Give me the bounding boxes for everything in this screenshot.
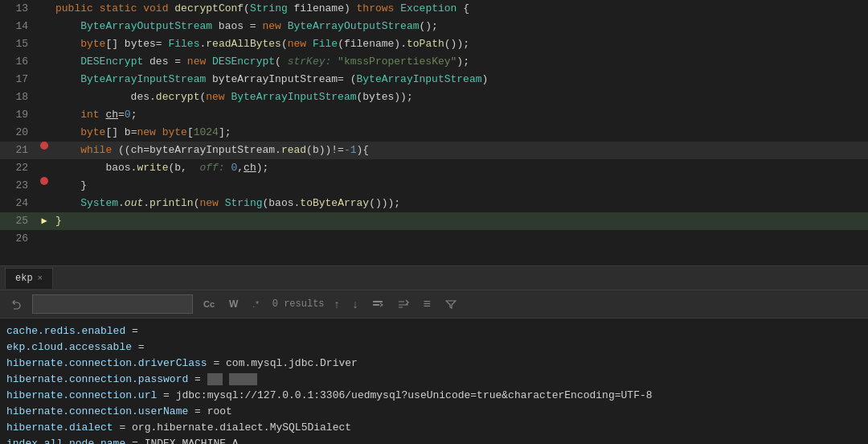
code-lines: 13 public static void decryptConf(String… (0, 0, 868, 248)
masked-password: ██ (207, 373, 223, 385)
line-number-20: 20 (0, 124, 36, 142)
console-area: cache.redis.enabled = ekp.cloud.accessab… (0, 319, 868, 444)
code-line-19: 19 int ch=0; (0, 106, 868, 124)
line-content-18: des.decrypt(new ByteArrayInputStream(byt… (52, 88, 868, 106)
search-prev-button[interactable]: ↑ (331, 296, 343, 312)
line-number-16: 16 (0, 53, 36, 71)
breakpoint-21 (40, 142, 48, 150)
code-line-25: 25 ▶ } (0, 212, 868, 230)
console-line-4: hibernate.connection.password = ██ ████ (6, 372, 862, 388)
console-line-3: hibernate.connection.driverClass = com.m… (6, 356, 862, 372)
code-line-13: 13 public static void decryptConf(String… (0, 0, 868, 18)
line-content-23: } (52, 177, 868, 195)
code-line-18: 18 des.decrypt(new ByteArrayInputStream(… (0, 88, 868, 106)
code-line-22: 22 baos.write(b, off: 0,ch); (0, 159, 868, 177)
tab-label-ekp: ekp (15, 273, 33, 284)
debug-arrow: ▶ (41, 212, 47, 230)
line-number-13: 13 (0, 0, 36, 18)
line-content-25: } (52, 212, 868, 230)
code-line-17: 17 ByteArrayInputStream byteArrayInputSt… (0, 71, 868, 88)
code-line-21: 21 while ((ch=byteArrayInputStream.read(… (0, 142, 868, 159)
filter-button[interactable] (441, 296, 461, 312)
undo-button[interactable] (6, 296, 26, 312)
code-line-14: 14 ByteArrayOutputStream baos = new Byte… (0, 18, 868, 35)
case-sensitive-button[interactable]: Cc (199, 297, 219, 311)
console-line-6: hibernate.connection.userName = root (6, 404, 862, 420)
line-content-16: DESEncrypt des = new DESEncrypt( strKey:… (52, 53, 868, 71)
console-line-8: index.all.node.name = INDEX_MACHINE_A (6, 436, 862, 444)
line-number-26: 26 (0, 230, 36, 248)
line-content-19: int ch=0; (52, 106, 868, 124)
search-bar: Cc W .* 0 results ↑ ↓ ≡ (0, 290, 868, 319)
masked-password-2: ████ (229, 373, 257, 385)
line-content-24: System.out.println(new String(baos.toByt… (52, 195, 868, 212)
console-line-5: hibernate.connection.url = jdbc:mysql://… (6, 388, 862, 404)
line-content-22: baos.write(b, off: 0,ch); (52, 159, 868, 177)
search-input-wrapper (32, 294, 193, 314)
code-line-15: 15 byte[] bytes= Files.readAllBytes(new … (0, 35, 868, 53)
svg-rect-0 (373, 301, 383, 302)
multiline-button[interactable] (394, 296, 413, 312)
line-number-18: 18 (0, 88, 36, 106)
code-editor: 13 public static void decryptConf(String… (0, 0, 868, 265)
gutter-25: ▶ (36, 212, 52, 230)
console-line-7: hibernate.dialect = org.hibernate.dialec… (6, 420, 862, 436)
search-results-count: 0 results (272, 298, 325, 310)
tab-close-ekp[interactable]: × (38, 273, 43, 283)
line-number-15: 15 (0, 35, 36, 53)
gutter-23 (36, 177, 52, 185)
line-content-21: while ((ch=byteArrayInputStream.read(b))… (52, 142, 868, 159)
line-number-19: 19 (0, 106, 36, 124)
breakpoint-23 (40, 177, 48, 185)
line-number-24: 24 (0, 195, 36, 212)
line-number-17: 17 (0, 71, 36, 88)
search-input[interactable] (38, 298, 187, 310)
whole-word-button[interactable]: W (225, 296, 242, 312)
tab-ekp[interactable]: ekp × (5, 268, 53, 289)
line-content-14: ByteArrayOutputStream baos = new ByteArr… (52, 18, 868, 35)
line-content-13: public static void decryptConf(String fi… (52, 0, 868, 18)
search-next-button[interactable]: ↓ (350, 296, 362, 312)
console-line-1: cache.redis.enabled = (6, 323, 862, 339)
gutter-21 (36, 142, 52, 150)
line-content-17: ByteArrayInputStream byteArrayInputStrea… (52, 71, 868, 88)
line-content-20: byte[] b=new byte[1024]; (52, 124, 868, 142)
regex-button[interactable]: .* (248, 297, 262, 311)
wrap-button[interactable] (368, 296, 387, 312)
code-line-16: 16 DESEncrypt des = new DESEncrypt( strK… (0, 53, 868, 71)
line-number-25: 25 (0, 212, 36, 230)
code-line-20: 20 byte[] b=new byte[1024]; (0, 124, 868, 142)
line-number-14: 14 (0, 18, 36, 35)
line-content-15: byte[] bytes= Files.readAllBytes(new Fil… (52, 35, 868, 53)
line-number-21: 21 (0, 142, 36, 159)
tab-bar: ekp × (0, 265, 868, 290)
settings-button[interactable]: ≡ (420, 294, 435, 314)
console-line-2: ekp.cloud.accessable = (6, 339, 862, 356)
code-line-23: 23 } (0, 177, 868, 195)
svg-rect-1 (373, 304, 379, 306)
line-number-22: 22 (0, 159, 36, 177)
code-line-24: 24 System.out.println(new String(baos.to… (0, 195, 868, 212)
code-line-26: 26 (0, 230, 868, 248)
line-number-23: 23 (0, 177, 36, 195)
